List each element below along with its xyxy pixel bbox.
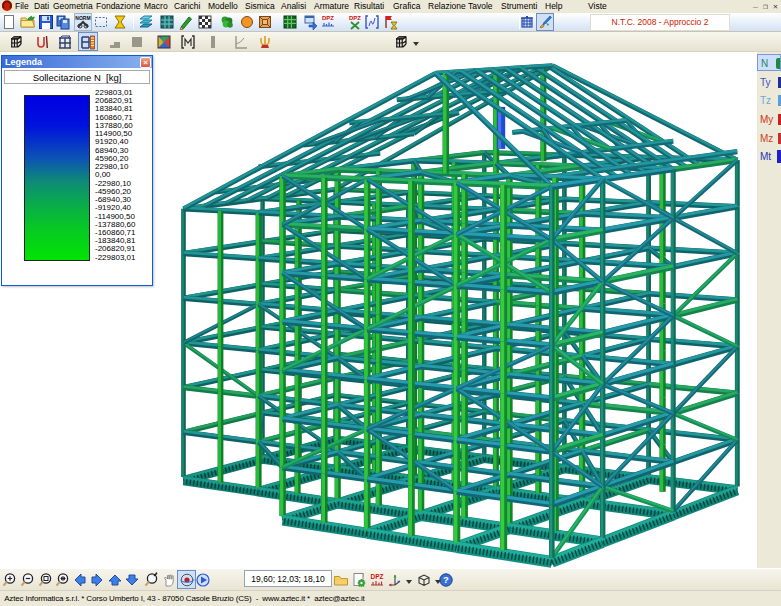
svg-text:?: ? bbox=[443, 574, 449, 585]
svg-text:DPZ: DPZ bbox=[371, 573, 384, 580]
svg-text:DPZ: DPZ bbox=[349, 15, 361, 21]
svg-text:NORM: NORM bbox=[75, 15, 90, 21]
svg-text:DPZ: DPZ bbox=[322, 15, 334, 21]
